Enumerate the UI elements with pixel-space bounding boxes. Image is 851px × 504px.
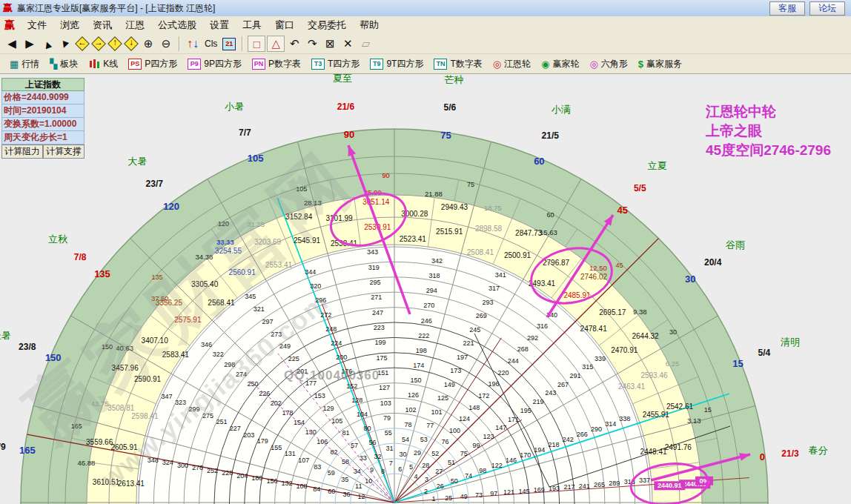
view-button-t-square[interactable]: T3T四方形 xyxy=(311,58,360,70)
view-button-gann-wheel[interactable]: ◎江恩轮 xyxy=(493,58,531,70)
wheel-integer: 171 xyxy=(508,416,519,423)
view-button-9p-square[interactable]: P99P四方形 xyxy=(188,58,242,70)
wheel-integer: 155 xyxy=(271,444,282,451)
axis-degree-label: 90 xyxy=(344,129,354,140)
menu-item-设置[interactable]: 设置 xyxy=(203,17,236,33)
close-box-icon[interactable]: ⊠ xyxy=(322,36,338,51)
rotate-cw-icon[interactable]: ↷ xyxy=(304,36,320,51)
wheel-integer: 76 xyxy=(441,438,448,445)
wheel-integer: 289 xyxy=(609,480,620,487)
percent-value: 46.88 xyxy=(77,459,95,467)
nav-up-icon[interactable]: ▲ xyxy=(37,34,58,53)
view-button-p-square[interactable]: PSP四方形 xyxy=(128,58,177,70)
rotate-ccw-icon[interactable]: ↶ xyxy=(286,36,302,51)
draw-triangle-icon[interactable]: △ xyxy=(267,36,285,52)
wheel-integer: 49 xyxy=(460,493,468,500)
view-button-9t-square[interactable]: T99T四方形 xyxy=(370,58,423,70)
wheel-integer: 108 xyxy=(297,483,308,490)
wheel-integer: 99 xyxy=(472,442,480,449)
wheel-integer: 59 xyxy=(328,469,335,477)
percent-value: 6.25 xyxy=(666,359,680,368)
view-button-t-number-table[interactable]: TNT数字表 xyxy=(434,58,482,70)
view-button-hexagon[interactable]: ◎六角形 xyxy=(589,58,627,70)
menu-item-文件[interactable]: 文件 xyxy=(21,17,53,33)
wheel-integer: 97 xyxy=(490,490,497,497)
nav-left-icon[interactable]: ◀ xyxy=(4,36,20,51)
zoom-in-icon[interactable]: ⊕ xyxy=(140,36,156,51)
menu-item-交易委托[interactable]: 交易委托 xyxy=(301,17,353,33)
solar-term-label: 夏至 xyxy=(333,74,352,84)
menu-item-工具[interactable]: 工具 xyxy=(236,17,268,33)
calc-resistance-button[interactable]: 计算阻力 xyxy=(1,145,43,159)
calendar-glyph: 21 xyxy=(222,38,236,50)
view-button-p-number-table[interactable]: PNP数字表 xyxy=(252,58,301,70)
wheel-integer: 314 xyxy=(605,420,616,428)
view-button-sectors[interactable]: ▚板块 xyxy=(50,58,78,70)
sort-updown-icon[interactable]: ↑↓ xyxy=(185,36,201,51)
wheel-integer: 217 xyxy=(563,483,574,491)
titlebar-button-support[interactable]: 客服 xyxy=(769,1,805,16)
inner-price-value: 2523.41 xyxy=(400,235,427,243)
wheel-integer: 222 xyxy=(418,332,429,339)
9p-square-badge-icon: P9 xyxy=(188,59,201,70)
page-right-icon[interactable]: → xyxy=(91,36,106,51)
nav-right-icon[interactable]: ▶ xyxy=(21,36,38,51)
wheel-integer: 200 xyxy=(336,354,347,361)
outer-price-value: 2644.32 xyxy=(632,332,659,340)
wheel-integer: 247 xyxy=(372,309,383,316)
menu-item-资讯[interactable]: 资讯 xyxy=(86,17,119,33)
wheel-integer: 124 xyxy=(459,415,470,422)
menu-item-浏览[interactable]: 浏览 xyxy=(53,17,86,33)
wheel-integer: 228 xyxy=(222,469,233,477)
wheel-integer: 149 xyxy=(444,381,455,388)
axis-date-label: 21/3 xyxy=(781,448,799,459)
wheel-integer: 292 xyxy=(527,334,538,342)
menu-item-江恩[interactable]: 江恩 xyxy=(119,17,151,33)
panel-row-3: 周天变化步长=1 xyxy=(1,131,85,145)
wheel-integer: 125 xyxy=(437,394,448,402)
zoom-out-icon[interactable]: ⊖ xyxy=(158,36,174,51)
menu-item-公式选股[interactable]: 公式选股 xyxy=(151,17,203,33)
wheel-integer: 30 xyxy=(399,451,406,458)
wheel-integer: 300 xyxy=(177,462,188,469)
panel-row-1: 时间=20190104 xyxy=(1,105,85,118)
wheel-integer: 341 xyxy=(495,271,506,279)
view-button-winner-service[interactable]: $赢家服务 xyxy=(638,58,682,70)
screen-icon[interactable]: ▱ xyxy=(357,36,374,51)
wheel-integer: 265 xyxy=(594,481,605,488)
calendar-icon[interactable]: 21 xyxy=(221,36,237,51)
winner-service-icon: $ xyxy=(638,59,643,69)
menu-item-窗口[interactable]: 窗口 xyxy=(268,17,301,33)
wheel-integer: 100 xyxy=(449,427,460,434)
gann-wheel-chart-area[interactable]: 1234567891011121325262728293031323334353… xyxy=(0,74,851,504)
view-button-winner-wheel[interactable]: ◉赢家轮 xyxy=(541,58,579,70)
quotes-icon: ▦ xyxy=(10,59,19,69)
solar-term-label: 立夏 xyxy=(648,160,667,171)
arrow-glyph: → xyxy=(91,37,106,47)
kline-icon xyxy=(88,58,100,70)
wheel-integer: 198 xyxy=(416,347,427,354)
annotation-line: 45度空间2746-2796 xyxy=(706,141,831,160)
wheel-integer: 203 xyxy=(243,431,254,439)
t-square-badge-icon: T3 xyxy=(311,59,325,70)
wheel-integer: 252 xyxy=(207,467,218,474)
wheel-integer: 221 xyxy=(463,339,474,347)
view-button-kline[interactable]: K线 xyxy=(88,58,118,70)
wheel-integer: 56 xyxy=(369,439,377,446)
page-up-icon[interactable]: ↑ xyxy=(107,36,122,51)
draw-rect-icon[interactable]: □ xyxy=(248,36,265,52)
wheel-integer: 107 xyxy=(298,457,309,464)
cls-icon[interactable]: Cls xyxy=(202,36,219,51)
wheel-integer: 50 xyxy=(451,477,458,485)
wheel-integer: 132 xyxy=(282,480,293,487)
converge-icon[interactable]: ✕ xyxy=(340,36,356,51)
menu-item-帮助[interactable]: 帮助 xyxy=(353,17,385,33)
page-down-icon[interactable]: ↓ xyxy=(124,36,139,51)
wheel-integer: 321 xyxy=(254,305,265,313)
page-left-icon[interactable]: ← xyxy=(75,36,90,51)
nav-down-icon[interactable]: ▼ xyxy=(55,34,76,53)
view-button-quotes[interactable]: ▦行情 xyxy=(10,58,39,70)
calc-support-button[interactable]: 计算支撑 xyxy=(43,145,85,159)
wheel-integer: 343 xyxy=(367,248,378,256)
titlebar-button-forum[interactable]: 论坛 xyxy=(809,1,845,16)
